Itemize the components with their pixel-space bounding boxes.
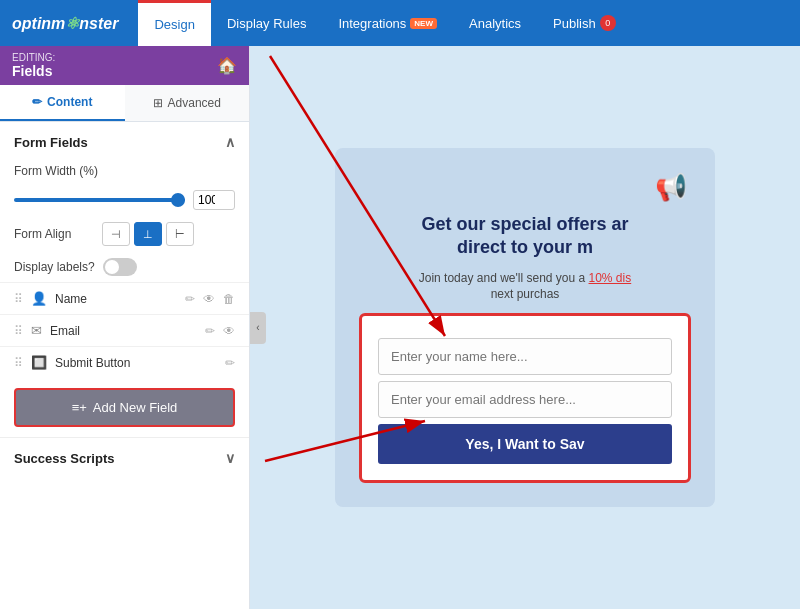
popup-subtext: Join today and we'll send you a 10% dis … (419, 270, 631, 304)
eye-name-icon[interactable]: 👁 (203, 292, 215, 306)
collapse-sidebar-button[interactable]: ‹ (250, 312, 266, 344)
field-item-submit: ⠿ 🔲 Submit Button ✏ (0, 346, 249, 378)
tab-publish[interactable]: Publish 0 (537, 0, 632, 46)
editing-label: EDITING: (12, 52, 55, 63)
field-submit-actions: ✏ (225, 356, 235, 370)
name-preview-input[interactable] (378, 338, 672, 375)
editing-value: Fields (12, 63, 55, 79)
submit-icon: 🔲 (31, 355, 47, 370)
popup-preview: 📢 Get our special offers ar direct to yo… (335, 148, 715, 507)
field-submit-label: Submit Button (55, 356, 217, 370)
eye-email-icon[interactable]: 👁 (223, 324, 235, 338)
form-width-input[interactable]: 100 (193, 190, 235, 210)
field-item-email: ⠿ ✉ Email ✏ 👁 (0, 314, 249, 346)
editing-bar: EDITING: Fields 🏠 (0, 46, 249, 85)
align-right-button[interactable]: ⊢ (166, 222, 194, 246)
drag-handle-name[interactable]: ⠿ (14, 292, 23, 306)
form-width-row: Form Width (%) (0, 158, 249, 184)
slider-container: 100 (14, 190, 235, 210)
sidebar-tabs: ✏ Content ⊞ Advanced (0, 85, 249, 122)
tab-analytics[interactable]: Analytics (453, 0, 537, 46)
email-icon: ✉ (31, 323, 42, 338)
top-navigation: optinm⚛nster Design Display Rules Integr… (0, 0, 800, 46)
logo-text: optinm⚛nster (12, 14, 118, 33)
edit-name-icon[interactable]: ✏ (185, 292, 195, 306)
editing-info: EDITING: Fields (12, 52, 55, 79)
home-button[interactable]: 🏠 (217, 56, 237, 75)
align-center-button[interactable]: ⊥ (134, 222, 162, 246)
main-layout: EDITING: Fields 🏠 ✏ Content ⊞ Advanced F… (0, 46, 800, 609)
form-width-slider-row: 100 (0, 184, 249, 216)
tab-advanced[interactable]: ⊞ Advanced (125, 85, 250, 121)
success-scripts-chevron[interactable]: ∨ (225, 450, 235, 466)
edit-submit-icon[interactable]: ✏ (225, 356, 235, 370)
form-fields-header: Form Fields ∧ (0, 122, 249, 158)
pencil-icon: ✏ (32, 95, 42, 109)
logo: optinm⚛nster (12, 14, 118, 33)
user-icon: 👤 (31, 291, 47, 306)
megaphone-icon: 📢 (655, 172, 687, 202)
nav-tabs: Design Display Rules Integrations NEW An… (138, 0, 788, 46)
email-preview-input[interactable] (378, 381, 672, 418)
new-badge: NEW (410, 18, 437, 29)
form-fields-chevron[interactable]: ∧ (225, 134, 235, 150)
tab-design[interactable]: Design (138, 0, 210, 46)
submit-preview-button[interactable]: Yes, I Want to Sav (378, 424, 672, 464)
field-name-actions: ✏ 👁 🗑 (185, 292, 235, 306)
display-labels-toggle[interactable] (103, 258, 137, 276)
popup-form-container: Yes, I Want to Sav (359, 313, 691, 483)
align-buttons: ⊣ ⊥ ⊢ (102, 222, 194, 246)
popup-heading: Get our special offers ar direct to your… (421, 213, 628, 260)
edit-email-icon[interactable]: ✏ (205, 324, 215, 338)
align-left-button[interactable]: ⊣ (102, 222, 130, 246)
drag-handle-submit[interactable]: ⠿ (14, 356, 23, 370)
popup-form: Yes, I Want to Sav (378, 338, 672, 464)
grid-icon: ⊞ (153, 96, 163, 110)
drag-handle-email[interactable]: ⠿ (14, 324, 23, 338)
preview-area: ‹ 📢 Get our special offers ar direct to … (250, 46, 800, 609)
delete-name-icon[interactable]: 🗑 (223, 292, 235, 306)
field-email-label: Email (50, 324, 197, 338)
tab-display-rules[interactable]: Display Rules (211, 0, 322, 46)
add-new-field-button[interactable]: ≡+ Add New Field (14, 388, 235, 427)
discount-text: 10% dis (589, 271, 632, 285)
field-name-label: Name (55, 292, 177, 306)
tab-integrations[interactable]: Integrations NEW (322, 0, 453, 46)
success-scripts-header: Success Scripts ∨ (0, 437, 249, 478)
add-field-icon: ≡+ (72, 400, 87, 415)
display-labels-row: Display labels? (0, 252, 249, 282)
publish-badge: 0 (600, 15, 616, 31)
field-item-name: ⠿ 👤 Name ✏ 👁 🗑 (0, 282, 249, 314)
tab-content[interactable]: ✏ Content (0, 85, 125, 121)
field-email-actions: ✏ 👁 (205, 324, 235, 338)
form-align-row: Form Align ⊣ ⊥ ⊢ (0, 216, 249, 252)
form-width-slider[interactable] (14, 198, 185, 202)
megaphone-area: 📢 (359, 172, 691, 203)
sidebar: EDITING: Fields 🏠 ✏ Content ⊞ Advanced F… (0, 46, 250, 609)
